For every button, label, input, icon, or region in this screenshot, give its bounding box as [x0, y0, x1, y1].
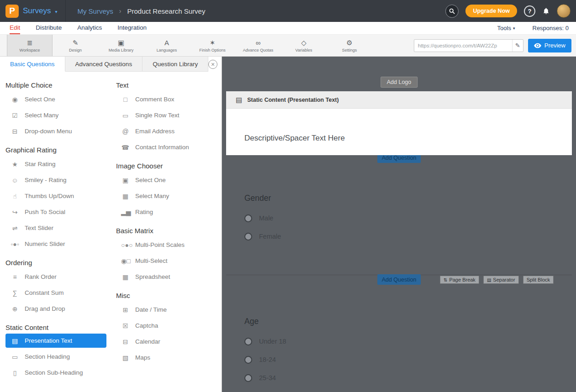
static-content-card-header: ▤ Static Content (Presentation Text): [226, 91, 572, 109]
toolbar-item[interactable]: ✎ Design: [53, 35, 98, 56]
block-action-button[interactable]: ⇅ Page Break: [440, 276, 479, 284]
question-type-icon: ☺: [11, 177, 19, 184]
question-type-item[interactable]: ∑ Constant Sum: [5, 285, 106, 301]
workspace-toolbar: ≣ Workspace ✎ Design ▣ Media Library A L…: [0, 35, 576, 57]
question-type-item[interactable]: ⇌ Text Slider: [5, 220, 106, 236]
toolbar-item[interactable]: ∞ Advance Quotas: [235, 35, 281, 56]
question-type-item[interactable]: ◉ Select One: [5, 91, 106, 107]
edit-url-button[interactable]: ✎: [512, 40, 523, 52]
close-icon: ×: [211, 61, 215, 68]
toolbar-item-icon: A: [164, 39, 169, 47]
toolbar-item-label: Workspace: [20, 48, 40, 52]
question-type-item[interactable]: ⊞ Date / Time: [116, 302, 217, 318]
radio-button[interactable]: [244, 233, 252, 240]
radio-button[interactable]: [244, 356, 252, 364]
question-type-item[interactable]: @ Email Address: [116, 123, 217, 139]
nav-tab[interactable]: Edit: [10, 22, 20, 34]
add-logo-button[interactable]: Add Logo: [380, 77, 418, 88]
static-content-card-body[interactable]: Descriptive/Spacer Text Here: [226, 109, 572, 143]
question-type-label: Comment Box: [135, 96, 174, 103]
question-type-item[interactable]: ◦●◦ Numeric Slider: [5, 236, 106, 252]
toolbar-item-icon: ✶: [210, 39, 216, 47]
question-type-label: Date / Time: [135, 306, 167, 313]
question-type-item[interactable]: ☎ Contact Information: [116, 139, 217, 155]
block-action-label: Split Block: [527, 277, 550, 282]
question-type-icon: ☎: [121, 144, 130, 151]
radio-button[interactable]: [244, 374, 252, 382]
chevron-down-icon: ▾: [55, 9, 57, 14]
search-icon: [449, 8, 455, 15]
toolbar-item[interactable]: ▣ Media Library: [98, 35, 144, 56]
tools-menu[interactable]: Tools ▾: [497, 25, 515, 31]
question-group: Image Chooser ▣ Select One ▦ Select Many: [116, 162, 221, 220]
block-action-button[interactable]: Split Block: [523, 276, 554, 284]
panel-tab[interactable]: Question Library: [143, 57, 208, 72]
toolbar-item[interactable]: ◇ Variables: [281, 35, 327, 56]
question-type-label: Select Many: [135, 193, 169, 199]
question-group: Ordering ≡ Rank Order ∑ Constant Sum: [5, 259, 110, 317]
help-button[interactable]: ?: [524, 5, 535, 17]
question-type-icon: ⊟: [121, 338, 130, 345]
panel-tab[interactable]: Basic Questions: [0, 57, 65, 72]
toolbar-item[interactable]: ⚙ Settings: [327, 35, 372, 56]
question-type-item[interactable]: ≡ Rank Order: [5, 269, 106, 285]
question-type-item[interactable]: ▦ Spreadsheet: [116, 269, 217, 285]
nav-tab[interactable]: Analytics: [77, 22, 102, 34]
search-button[interactable]: [445, 5, 459, 18]
question-type-item[interactable]: ⊟ Drop-down Menu: [5, 123, 106, 139]
question-type-item[interactable]: ⊟ Calendar: [116, 334, 217, 350]
question-group: Multiple Choice ◉ Select One ☑ Select Ma…: [5, 81, 110, 139]
block-action-label: Page Break: [449, 277, 475, 282]
radio-button[interactable]: [244, 214, 252, 222]
question-type-item[interactable]: ⊕ Drag and Drop: [5, 301, 106, 317]
question-type-item[interactable]: ○●○ Multi-Point Scales: [116, 237, 217, 253]
question-type-label: Presentation Text: [25, 337, 72, 344]
question-type-item[interactable]: ▭ Single Row Text: [116, 107, 217, 123]
question-type-icon: ▭: [11, 353, 19, 361]
question-type-item[interactable]: ▤ Presentation Text: [5, 334, 106, 348]
upgrade-now-button[interactable]: Upgrade Now: [465, 5, 517, 17]
panel-tab[interactable]: Advanced Questions: [65, 57, 143, 72]
question-type-item[interactable]: □ Comment Box: [116, 91, 217, 107]
question-type-icon: ★: [11, 161, 19, 168]
question-type-item[interactable]: ▯ Section Sub-Heading: [5, 365, 106, 381]
breadcrumb-my-surveys[interactable]: My Surveys: [77, 7, 113, 15]
question-type-label: Section Sub-Heading: [25, 369, 83, 376]
toolbar-item[interactable]: ≣ Workspace: [7, 35, 53, 56]
question-type-item[interactable]: ↪ Push To Social: [5, 204, 106, 220]
avatar[interactable]: [557, 4, 571, 18]
toolbar-item-label: Settings: [342, 48, 357, 52]
preview-button[interactable]: Preview: [528, 39, 571, 52]
surveys-product-switcher[interactable]: P Surveys ▾: [0, 0, 66, 22]
toolbar-item[interactable]: A Languages: [144, 35, 190, 56]
question-type-item[interactable]: ▧ Maps: [116, 350, 217, 366]
add-question-button[interactable]: Add Question: [377, 274, 421, 285]
static-content-card[interactable]: ▤ Static Content (Presentation Text) Des…: [226, 91, 572, 155]
responses-count[interactable]: Responses: 0: [533, 25, 569, 31]
question-type-label: Maps: [135, 354, 150, 361]
question-type-item[interactable]: ☝ Thumbs Up/Down: [5, 188, 106, 204]
notifications-button[interactable]: [542, 7, 550, 16]
question-type-item[interactable]: ▦ Select Many: [116, 188, 217, 204]
close-panel-button[interactable]: ×: [208, 60, 217, 69]
question-type-item[interactable]: ☺ Smiley - Rating: [5, 172, 106, 188]
question-type-item[interactable]: ☒ Captcha: [116, 318, 217, 334]
radio-button[interactable]: [244, 338, 252, 345]
question-type-item[interactable]: ☑ Select Many: [5, 107, 106, 123]
block-action-button[interactable]: ▤ Separator: [483, 276, 519, 284]
question-type-item[interactable]: ▣ Select One: [116, 172, 217, 188]
toolbar-item[interactable]: ✶ Finish Options: [190, 35, 235, 56]
answer-option-label: 25-34: [259, 374, 276, 382]
question-gender: Gender Male Female: [244, 193, 281, 246]
question-type-item[interactable]: ▂▅ Rating: [116, 204, 217, 220]
chevron-down-icon: ▾: [513, 26, 515, 31]
survey-url-input[interactable]: [414, 43, 512, 48]
nav-tab[interactable]: Distribute: [36, 22, 62, 34]
answer-option: 18-24: [244, 350, 286, 369]
question-type-item[interactable]: ◉□ Multi-Select: [116, 253, 217, 269]
breadcrumb-separator-icon: ›: [119, 7, 122, 15]
question-type-item[interactable]: ★ Star Rating: [5, 156, 106, 172]
question-type-label: Select One: [135, 177, 166, 183]
question-type-item[interactable]: ▭ Section Heading: [5, 349, 106, 365]
nav-tab[interactable]: Integration: [117, 22, 147, 34]
